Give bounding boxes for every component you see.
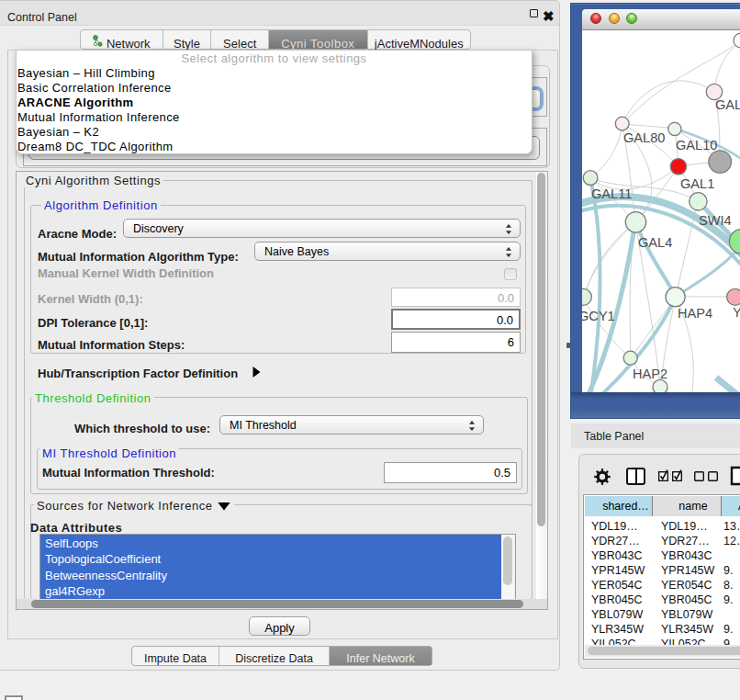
svg-text:Y: Y bbox=[733, 305, 740, 320]
svg-text:GAL1: GAL1 bbox=[680, 176, 714, 191]
svg-text:GAL11: GAL11 bbox=[591, 186, 632, 201]
svg-text:HAP4: HAP4 bbox=[678, 306, 712, 321]
svg-text:GAL4: GAL4 bbox=[638, 235, 672, 250]
svg-text:GAL: GAL bbox=[715, 97, 740, 112]
svg-text:GCY1: GCY1 bbox=[582, 309, 615, 323]
svg-text:SWI4: SWI4 bbox=[699, 213, 732, 228]
svg-text:HAP2: HAP2 bbox=[633, 367, 667, 381]
svg-text:GAL10: GAL10 bbox=[676, 138, 717, 152]
svg-text:GAL80: GAL80 bbox=[623, 130, 665, 145]
